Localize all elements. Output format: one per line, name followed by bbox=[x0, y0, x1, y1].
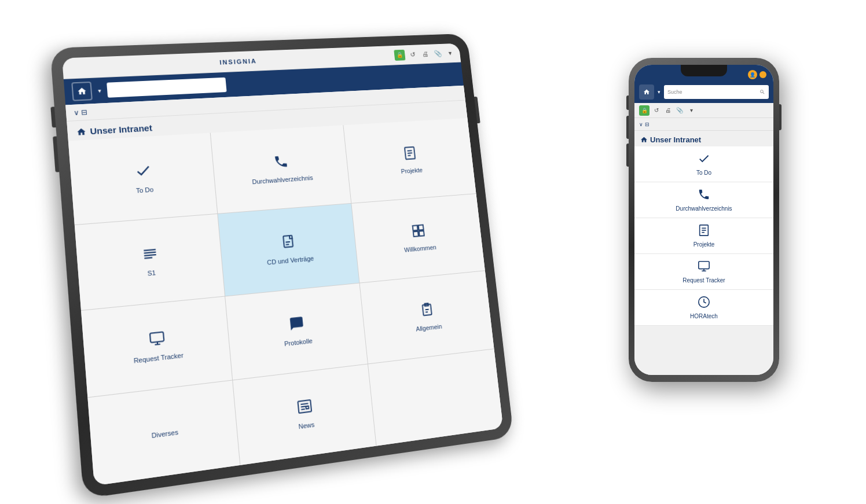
phone-clock-icon bbox=[698, 296, 710, 311]
document-list-icon bbox=[402, 145, 418, 164]
svg-rect-15 bbox=[150, 332, 164, 342]
tile-willkommen-label: Willkommen bbox=[404, 244, 437, 253]
tile-projekte-label: Projekte bbox=[401, 166, 423, 174]
tile-todo-label: To Do bbox=[135, 186, 153, 194]
print-icon[interactable]: 🖨 bbox=[420, 49, 431, 59]
svg-line-2 bbox=[408, 153, 412, 153]
svg-rect-30 bbox=[699, 262, 709, 269]
tile-empty bbox=[368, 349, 503, 446]
tile-durchwahlverzeichnis[interactable]: Durchwahlverzeichnis bbox=[211, 125, 351, 214]
scene: INSIGNIA 🔒 ↺ 🖨 📎 ▾ bbox=[0, 0, 866, 504]
phone-search-input[interactable]: Suche bbox=[664, 85, 769, 99]
tile-allgemein-label: Allgemein bbox=[416, 322, 442, 332]
phone-item-todo-label: To Do bbox=[696, 170, 711, 176]
tablet-outer-frame: INSIGNIA 🔒 ↺ 🖨 📎 ▾ bbox=[50, 34, 513, 499]
phone-item-projekte[interactable]: Projekte bbox=[634, 218, 773, 254]
phone-document-icon bbox=[698, 224, 710, 240]
svg-line-6 bbox=[144, 255, 156, 256]
tile-protokolle[interactable]: Protokolle bbox=[225, 284, 368, 380]
svg-rect-25 bbox=[306, 406, 309, 409]
phone-list: To Do Durchwahlverzeichnis bbox=[634, 146, 773, 326]
tile-request-tracker[interactable]: Request Tracker bbox=[81, 297, 232, 398]
svg-line-22 bbox=[300, 403, 308, 404]
tile-diverses[interactable]: Diverses bbox=[87, 381, 240, 486]
more-icon[interactable]: ▾ bbox=[445, 48, 456, 58]
lock-icon[interactable]: 🔒 bbox=[394, 49, 405, 60]
refresh-icon[interactable]: ↺ bbox=[408, 49, 418, 59]
brand-logo: INSIGNIA bbox=[219, 57, 257, 65]
svg-rect-12 bbox=[419, 225, 424, 230]
tile-news[interactable]: News bbox=[233, 365, 376, 465]
tile-request-tracker-label: Request Tracker bbox=[133, 351, 184, 364]
phone-vol-up-button bbox=[626, 116, 629, 139]
svg-rect-13 bbox=[413, 231, 419, 236]
phone-item-horatech[interactable]: HORAtech bbox=[634, 290, 773, 326]
tablet-section-title: Unser Intranet bbox=[90, 123, 153, 136]
newspaper-icon bbox=[296, 398, 313, 419]
tile-willkommen[interactable]: Willkommen bbox=[351, 194, 485, 282]
phone-lock-icon[interactable]: 🔒 bbox=[639, 105, 650, 116]
tile-durchwahlverzeichnis-label: Durchwahlverzeichnis bbox=[252, 174, 313, 185]
phone-filter-toggle[interactable]: ∨ ⊟ bbox=[639, 122, 650, 127]
home-button[interactable] bbox=[71, 82, 93, 101]
tile-protokolle-label: Protokolle bbox=[284, 337, 313, 347]
phone-toolbar: 🔒 ↺ 🖨 📎 ▾ bbox=[634, 103, 773, 118]
tile-cd-vertraege[interactable]: CD und Verträge bbox=[218, 204, 359, 296]
search-icon bbox=[759, 89, 765, 95]
phone-item-durchwahlverzeichnis[interactable]: Durchwahlverzeichnis bbox=[634, 182, 773, 218]
phone-silent-switch bbox=[626, 95, 629, 110]
svg-rect-11 bbox=[413, 225, 418, 230]
svg-line-5 bbox=[144, 252, 156, 253]
svg-rect-14 bbox=[419, 231, 424, 236]
tile-diverses-label: Diverses bbox=[151, 428, 178, 439]
phone-navbar: ▾ Suche bbox=[634, 81, 773, 103]
phone-outer-frame: 👤 ▾ Suche bbox=[629, 58, 779, 382]
chat-icon bbox=[288, 315, 305, 336]
phone-monitor-icon bbox=[698, 260, 710, 275]
phone-search-placeholder: Suche bbox=[667, 89, 682, 95]
tablet-toolbar: 🔒 ↺ 🖨 📎 ▾ bbox=[394, 47, 455, 61]
tile-projekte[interactable]: Projekte bbox=[343, 118, 476, 203]
svg-line-19 bbox=[425, 309, 429, 310]
tile-news-label: News bbox=[298, 421, 315, 430]
tile-todo[interactable]: To Do bbox=[68, 133, 217, 225]
svg-line-7 bbox=[144, 257, 152, 258]
phone-section-home-icon bbox=[640, 136, 648, 144]
attach-icon[interactable]: 📎 bbox=[432, 49, 443, 58]
phone-notch bbox=[681, 65, 727, 76]
filter-toggle[interactable]: ∨ ⊟ bbox=[74, 108, 88, 116]
phone-section-title: Unser Intranet bbox=[650, 135, 701, 144]
tile-s1-label: S1 bbox=[147, 268, 156, 277]
tablet-screen: INSIGNIA 🔒 ↺ 🖨 📎 ▾ bbox=[62, 43, 503, 486]
phone-more-icon[interactable]: ▾ bbox=[687, 106, 696, 115]
phone-refresh-icon[interactable]: ↺ bbox=[652, 106, 661, 115]
phone-print-icon[interactable]: 🖨 bbox=[663, 106, 673, 115]
tile-s1[interactable]: S1 bbox=[75, 214, 225, 310]
phone-content: Unser Intranet To Do bbox=[634, 131, 773, 375]
phone-item-todo[interactable]: To Do bbox=[634, 146, 773, 182]
tablet-power-button bbox=[474, 97, 480, 123]
check-icon bbox=[134, 161, 152, 183]
nav-dropdown-arrow[interactable]: ▾ bbox=[98, 87, 101, 94]
svg-rect-8 bbox=[283, 235, 293, 247]
phone-item-request-tracker-label: Request Tracker bbox=[682, 277, 725, 284]
tablet-device: INSIGNIA 🔒 ↺ 🖨 📎 ▾ bbox=[50, 34, 513, 499]
phone-filter-bar: ∨ ⊟ bbox=[634, 118, 773, 131]
svg-line-1 bbox=[408, 150, 412, 151]
phone-attach-icon[interactable]: 📎 bbox=[675, 106, 684, 115]
phone-item-request-tracker[interactable]: Request Tracker bbox=[634, 254, 773, 290]
tablet-search-input[interactable] bbox=[107, 78, 226, 98]
phone-icon bbox=[273, 153, 289, 173]
document-pen-icon bbox=[281, 234, 298, 254]
user-avatar[interactable]: 👤 bbox=[748, 70, 757, 79]
phone-phone-icon bbox=[698, 188, 710, 204]
phone-nav-dropdown[interactable]: ▾ bbox=[658, 89, 660, 95]
phone-item-projekte-label: Projekte bbox=[693, 241, 715, 248]
list-icon bbox=[141, 245, 159, 266]
tile-allgemein[interactable]: Allgemein bbox=[360, 271, 494, 363]
tablet-grid: To Do Durchwahlverzeichnis bbox=[68, 118, 503, 486]
phone-status-right: 👤 bbox=[748, 70, 766, 79]
svg-line-4 bbox=[144, 249, 156, 251]
phone-home-button[interactable] bbox=[639, 84, 654, 100]
tablet-vol-down-button bbox=[53, 137, 59, 172]
